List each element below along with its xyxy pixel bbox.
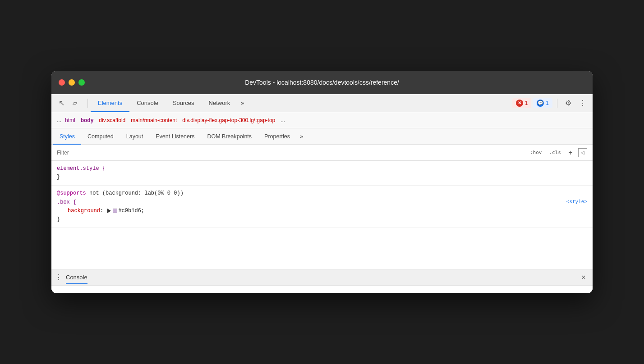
console-drawer-title: Console	[66, 274, 87, 281]
cursor-icon-btn[interactable]: ↖	[55, 97, 68, 109]
filter-bar: :hov .cls + ◁	[51, 145, 593, 161]
devtools-window: DevTools - localhost:8080/docs/devtools/…	[51, 71, 593, 293]
toolbar-divider-2	[557, 99, 557, 108]
breadcrumb-body[interactable]: body	[81, 117, 94, 123]
toolbar-right: ✕ 1 💬 1 ⚙ ⋮	[512, 97, 589, 109]
info-badge-btn[interactable]: 💬 1	[533, 98, 552, 108]
css-closing-brace-1: }	[57, 174, 60, 180]
minimize-button[interactable]	[69, 79, 75, 86]
device-icon: ▱	[73, 100, 77, 106]
breadcrumb-html[interactable]: html	[65, 117, 75, 123]
tabs-more[interactable]: »	[237, 94, 248, 112]
cls-button[interactable]: .cls	[547, 149, 563, 156]
css-source-link[interactable]: <style>	[566, 198, 587, 206]
traffic-lights	[59, 79, 85, 86]
error-badge-btn[interactable]: ✕ 1	[512, 98, 532, 108]
css-value-background: #c9b1d6;	[118, 208, 144, 214]
style-tab-properties[interactable]: Properties	[258, 128, 296, 145]
styles-tabs: Styles Computed Layout Event Listeners D…	[51, 128, 593, 145]
drawer-menu-icon[interactable]: ⋮	[55, 273, 62, 282]
tab-sources[interactable]: Sources	[166, 94, 202, 112]
css-selector-box: .box {	[57, 199, 76, 205]
style-tab-computed[interactable]: Computed	[81, 128, 120, 145]
css-at-args: not (background: lab(0% 0 0))	[86, 190, 184, 196]
style-tab-dom-breakpoints[interactable]: DOM Breakpoints	[201, 128, 258, 145]
more-vert-icon: ⋮	[579, 99, 586, 107]
tab-console[interactable]: Console	[129, 94, 166, 112]
color-swatch-button[interactable]	[113, 209, 117, 213]
breadcrumb-ellipsis[interactable]: ...	[281, 117, 285, 123]
css-area: element.style { } @supports not (backgro…	[51, 161, 593, 269]
hov-button[interactable]: :hov	[528, 149, 544, 156]
window-title: DevTools - localhost:8080/docs/devtools/…	[245, 79, 399, 86]
expand-triangle-btn[interactable]	[107, 209, 111, 213]
console-drawer-body	[51, 286, 593, 293]
device-icon-btn[interactable]: ▱	[69, 97, 81, 109]
tab-elements[interactable]: Elements	[91, 94, 129, 112]
cursor-icon: ↖	[59, 99, 64, 107]
console-drawer: ⋮ Console ×	[51, 269, 593, 293]
gear-btn[interactable]: ⚙	[562, 97, 575, 109]
collapse-button[interactable]: ◁	[578, 148, 587, 157]
titlebar: DevTools - localhost:8080/docs/devtools/…	[51, 71, 593, 94]
error-icon: ✕	[516, 100, 523, 107]
breadcrumb: ... html body div.scaffold main#main-con…	[51, 112, 593, 128]
tab-network[interactable]: Network	[202, 94, 238, 112]
style-tab-layout[interactable]: Layout	[120, 128, 150, 145]
filter-actions: :hov .cls + ◁	[528, 148, 587, 157]
css-property-background: background	[68, 208, 100, 214]
styles-tabs-more[interactable]: »	[296, 128, 307, 145]
css-rule-supports: @supports not (background: lab(0% 0 0)) …	[51, 186, 593, 228]
maximize-button[interactable]	[78, 79, 85, 86]
toolbar-icons: ↖ ▱	[55, 97, 81, 109]
close-button[interactable]	[59, 79, 65, 86]
info-icon: 💬	[537, 100, 544, 107]
add-style-button[interactable]: +	[566, 149, 575, 157]
breadcrumb-div[interactable]: div.display-flex.gap-top-300.lg\:gap-top	[182, 117, 275, 123]
breadcrumb-main[interactable]: main#main-content	[131, 117, 177, 123]
gear-icon: ⚙	[565, 99, 571, 107]
main-toolbar: ↖ ▱ Elements Console Sources Network	[51, 94, 593, 112]
console-drawer-close-button[interactable]: ×	[578, 272, 589, 283]
more-vert-btn[interactable]: ⋮	[576, 97, 589, 109]
breadcrumb-scaffold[interactable]: div.scaffold	[99, 117, 125, 123]
filter-input[interactable]	[57, 150, 528, 156]
style-tab-event-listeners[interactable]: Event Listeners	[149, 128, 201, 145]
style-tab-styles[interactable]: Styles	[53, 128, 81, 145]
css-at-rule: @supports	[57, 190, 86, 196]
info-count: 1	[546, 100, 549, 106]
toolbar-divider	[87, 99, 88, 108]
main-tabs: Elements Console Sources Network »	[91, 94, 512, 112]
breadcrumb-more[interactable]: ...	[57, 117, 61, 123]
console-drawer-header: ⋮ Console ×	[51, 269, 593, 286]
css-rule-element-style: element.style { }	[51, 161, 593, 186]
error-count: 1	[525, 100, 528, 106]
css-closing-brace-2: }	[57, 216, 60, 223]
css-selector-element-style: element.style {	[57, 165, 106, 172]
devtools-container: ↖ ▱ Elements Console Sources Network	[51, 94, 593, 293]
